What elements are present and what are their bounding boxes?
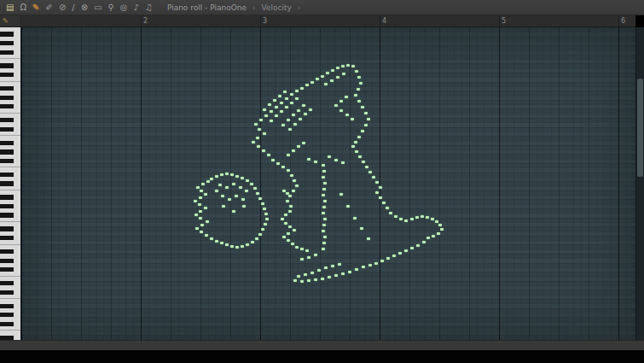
- midi-note[interactable]: [324, 83, 328, 85]
- midi-note[interactable]: [323, 200, 327, 202]
- midi-note[interactable]: [322, 224, 326, 226]
- midi-note[interactable]: [341, 65, 345, 67]
- midi-note[interactable]: [242, 205, 246, 208]
- midi-note[interactable]: [291, 243, 294, 245]
- midi-note[interactable]: [297, 145, 300, 148]
- midi-note[interactable]: [290, 174, 293, 177]
- midi-note[interactable]: [285, 97, 288, 100]
- midi-note[interactable]: [299, 118, 302, 120]
- midi-note[interactable]: [375, 181, 379, 184]
- midi-note[interactable]: [263, 132, 266, 135]
- midi-note[interactable]: [288, 210, 292, 213]
- midi-note[interactable]: [271, 159, 275, 161]
- midi-note[interactable]: [297, 109, 300, 112]
- midi-note[interactable]: [210, 178, 213, 180]
- midi-note[interactable]: [386, 207, 389, 209]
- midi-note[interactable]: [290, 102, 293, 104]
- midi-note[interactable]: [322, 242, 326, 244]
- midi-note[interactable]: [364, 124, 368, 126]
- midi-note[interactable]: [374, 262, 378, 265]
- midi-note[interactable]: [241, 198, 245, 201]
- midi-note[interactable]: [292, 190, 295, 192]
- midi-note[interactable]: [398, 252, 402, 255]
- midi-note[interactable]: [321, 278, 324, 280]
- midi-note[interactable]: [232, 183, 235, 185]
- paint-brush-icon[interactable]: ✐: [46, 3, 53, 12]
- preview-notes-icon[interactable]: ♫: [145, 3, 153, 12]
- midi-note[interactable]: [280, 102, 283, 104]
- midi-note[interactable]: [404, 249, 408, 252]
- midi-note[interactable]: [307, 256, 310, 259]
- midi-note[interactable]: [432, 235, 435, 237]
- midi-note[interactable]: [225, 173, 229, 175]
- midi-note[interactable]: [215, 175, 218, 178]
- midi-note[interactable]: [394, 215, 397, 218]
- midi-note[interactable]: [295, 90, 299, 92]
- midi-note[interactable]: [252, 141, 255, 143]
- midi-note[interactable]: [292, 149, 295, 152]
- piano-keyboard[interactable]: [0, 27, 21, 340]
- midi-note[interactable]: [268, 103, 271, 106]
- midi-note[interactable]: [246, 179, 249, 182]
- note-grid[interactable]: [21, 27, 635, 340]
- midi-note[interactable]: [357, 88, 360, 91]
- midi-note[interactable]: [351, 118, 354, 120]
- midi-note[interactable]: [379, 196, 382, 199]
- midi-note[interactable]: [257, 145, 260, 148]
- midi-note[interactable]: [262, 149, 265, 152]
- midi-note[interactable]: [235, 175, 239, 178]
- chevron-left-icon[interactable]: ‹: [298, 3, 301, 12]
- midi-note[interactable]: [285, 106, 288, 108]
- midi-note[interactable]: [289, 205, 293, 208]
- midi-note[interactable]: [309, 108, 312, 111]
- snap-magnet-icon[interactable]: Ω: [20, 3, 26, 12]
- midi-note[interactable]: [222, 205, 225, 208]
- midi-note[interactable]: [345, 96, 348, 98]
- midi-note[interactable]: [322, 230, 325, 232]
- midi-note[interactable]: [270, 110, 273, 113]
- midi-note[interactable]: [328, 276, 331, 278]
- midi-note[interactable]: [316, 78, 319, 80]
- midi-note[interactable]: [293, 229, 296, 231]
- midi-note[interactable]: [293, 123, 297, 126]
- midi-note[interactable]: [288, 128, 292, 131]
- midi-note[interactable]: [199, 210, 202, 213]
- midi-note[interactable]: [287, 232, 290, 235]
- midi-note[interactable]: [323, 182, 327, 184]
- midi-note[interactable]: [215, 190, 218, 192]
- midi-note[interactable]: [323, 236, 327, 238]
- midi-note[interactable]: [292, 114, 295, 116]
- midi-note[interactable]: [196, 186, 200, 189]
- midi-note[interactable]: [353, 217, 357, 220]
- midi-note[interactable]: [281, 124, 285, 126]
- midi-note[interactable]: [194, 200, 197, 202]
- midi-note[interactable]: [228, 198, 231, 201]
- midi-note[interactable]: [304, 113, 307, 115]
- midi-note[interactable]: [382, 202, 386, 204]
- midi-note[interactable]: [206, 220, 209, 223]
- midi-note[interactable]: [305, 249, 309, 252]
- midi-note[interactable]: [241, 177, 244, 179]
- delete-eraser-icon[interactable]: ⊘: [59, 3, 66, 12]
- select-icon[interactable]: ▭: [94, 3, 102, 12]
- midi-note[interactable]: [287, 154, 290, 156]
- midi-note[interactable]: [375, 191, 379, 194]
- midi-note[interactable]: [310, 81, 314, 84]
- midi-note[interactable]: [331, 265, 334, 267]
- midi-note[interactable]: [295, 184, 299, 187]
- midi-note[interactable]: [334, 159, 338, 161]
- midi-note[interactable]: [267, 154, 270, 156]
- midi-note[interactable]: [246, 243, 249, 246]
- midi-note[interactable]: [360, 227, 363, 230]
- midi-note[interactable]: [265, 218, 269, 220]
- midi-note[interactable]: [287, 169, 290, 172]
- midi-note[interactable]: [206, 180, 210, 183]
- midi-note[interactable]: [426, 237, 430, 239]
- midi-note[interactable]: [295, 246, 299, 249]
- midi-note[interactable]: [264, 213, 268, 215]
- midi-note[interactable]: [261, 202, 264, 205]
- midi-note[interactable]: [416, 244, 420, 247]
- midi-note[interactable]: [422, 241, 426, 243]
- midi-note[interactable]: [339, 109, 343, 112]
- midi-note[interactable]: [392, 255, 396, 257]
